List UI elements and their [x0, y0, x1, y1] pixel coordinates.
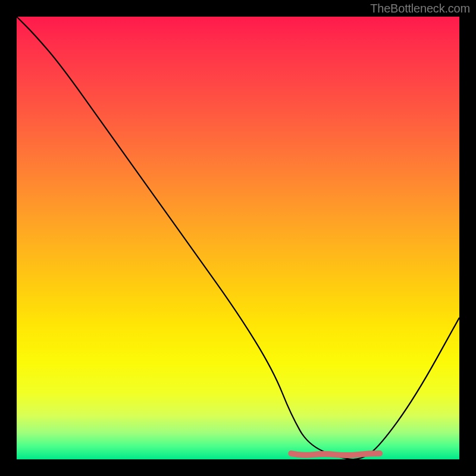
chart-background-gradient	[17, 17, 459, 459]
chart-frame	[17, 17, 459, 459]
watermark-text: TheBottleneck.com	[370, 2, 470, 15]
